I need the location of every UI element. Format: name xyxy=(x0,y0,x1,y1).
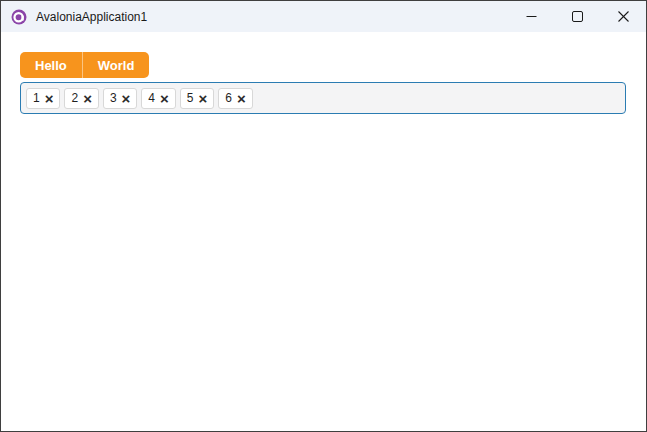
chip-remove-icon[interactable]: × xyxy=(237,90,246,105)
chips-input-field[interactable]: 1 × 2 × 3 × 4 × 5 × 6 × xyxy=(20,82,626,114)
chip-value: 1 xyxy=(33,91,40,105)
chip[interactable]: 5 × xyxy=(180,88,214,109)
chip-value: 2 xyxy=(71,91,78,105)
tab-label: World xyxy=(98,58,135,73)
chip-remove-icon[interactable]: × xyxy=(199,90,208,105)
close-button[interactable] xyxy=(600,1,646,32)
tabstrip: Hello World xyxy=(20,52,149,78)
chip-value: 5 xyxy=(187,91,194,105)
window-title: AvaloniaApplication1 xyxy=(36,10,147,24)
chip[interactable]: 2 × xyxy=(64,88,98,109)
minimize-icon xyxy=(526,11,537,22)
chip-remove-icon[interactable]: × xyxy=(122,90,131,105)
titlebar[interactable]: AvaloniaApplication1 xyxy=(1,1,646,32)
chip-value: 3 xyxy=(110,91,117,105)
chip-value: 4 xyxy=(148,91,155,105)
chip-value: 6 xyxy=(225,91,232,105)
close-icon xyxy=(618,11,629,22)
tab-item[interactable]: Hello xyxy=(20,52,82,78)
maximize-button[interactable] xyxy=(554,1,600,32)
window-content: Hello World 1 × 2 × 3 × 4 × 5 × 6 × xyxy=(1,32,646,114)
chip[interactable]: 1 × xyxy=(26,88,60,109)
chip[interactable]: 6 × xyxy=(218,88,252,109)
chip[interactable]: 4 × xyxy=(141,88,175,109)
tab-item[interactable]: World xyxy=(82,52,150,78)
app-window: AvaloniaApplication1 xyxy=(0,0,647,432)
chip-remove-icon[interactable]: × xyxy=(83,90,92,105)
chip[interactable]: 3 × xyxy=(103,88,137,109)
window-controls xyxy=(508,1,646,32)
tab-label: Hello xyxy=(35,58,67,73)
minimize-button[interactable] xyxy=(508,1,554,32)
avalonia-logo-icon xyxy=(11,9,27,25)
chip-remove-icon[interactable]: × xyxy=(160,90,169,105)
chip-remove-icon[interactable]: × xyxy=(45,90,54,105)
maximize-icon xyxy=(572,11,583,22)
